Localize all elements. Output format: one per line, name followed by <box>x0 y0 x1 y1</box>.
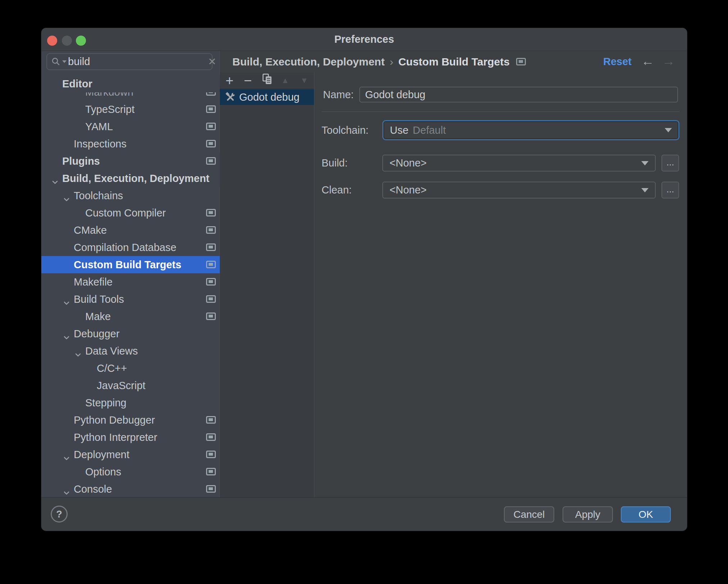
clean-value: <None> <box>390 184 641 196</box>
breadcrumb-separator: › <box>390 56 393 68</box>
sidebar-item-typescript[interactable]: TypeScript <box>41 101 220 118</box>
clear-search-icon[interactable]: ✕ <box>206 56 221 68</box>
breadcrumb: Build, Execution, Deployment › Custom Bu… <box>232 51 526 72</box>
search-icon <box>51 56 67 67</box>
settings-page-icon <box>206 312 216 320</box>
sidebar-item-make[interactable]: Make <box>41 308 220 325</box>
target-list-panel <box>220 72 314 497</box>
settings-search-box: ✕ <box>46 53 213 70</box>
chevron-expanded-icon[interactable] <box>62 330 71 338</box>
sidebar-item-label: Options <box>85 463 121 480</box>
cancel-button[interactable]: Cancel <box>504 506 554 523</box>
sidebar-item-toolchains[interactable]: Toolchains <box>41 187 220 204</box>
screen-background: Preferences ✕ EditorMarkdownTypeScriptYA… <box>0 0 728 584</box>
clean-label: Clean: <box>322 182 352 199</box>
apply-button[interactable]: Apply <box>563 506 613 523</box>
move-up-icon: ▲ <box>281 76 289 85</box>
settings-page-icon <box>206 157 216 165</box>
remove-button[interactable]: − <box>240 73 256 88</box>
sidebar-item-label: C/C++ <box>97 360 127 377</box>
sidebar-item-build-tools[interactable]: Build Tools <box>41 291 220 308</box>
sidebar-item-label: Python Debugger <box>74 411 155 429</box>
sidebar-item-label: Stepping <box>85 394 127 411</box>
sidebar-item-compilation-database[interactable]: Compilation Database <box>41 239 220 256</box>
sidebar-item-label: Console <box>74 480 112 498</box>
help-button[interactable]: ? <box>51 506 68 523</box>
build-target-icon <box>225 92 236 102</box>
sidebar-item-cmake[interactable]: CMake <box>41 222 220 239</box>
chevron-expanded-icon[interactable] <box>62 451 71 459</box>
add-button[interactable]: + <box>222 73 237 88</box>
breadcrumb-item-parent[interactable]: Build, Execution, Deployment <box>232 56 385 68</box>
toolbar-separator <box>220 88 314 89</box>
sidebar-item-stepping[interactable]: Stepping <box>41 394 220 411</box>
clean-select[interactable]: <None> <box>382 182 656 199</box>
chevron-expanded-icon[interactable] <box>62 295 71 304</box>
list-item-label: Godot debug <box>239 91 300 103</box>
duplicate-button[interactable] <box>259 73 275 88</box>
sidebar-item-makefile[interactable]: Makefile <box>41 273 220 291</box>
move-down-icon: ▼ <box>300 76 308 85</box>
history-forward-icon[interactable]: → <box>662 51 675 72</box>
sidebar-item-inspections[interactable]: Inspections <box>41 135 220 152</box>
sidebar-item-build-execution-deployment[interactable]: Build, Execution, Deployment <box>41 170 220 187</box>
sidebar-item-yaml[interactable]: YAML <box>41 118 220 135</box>
settings-page-icon <box>206 226 216 234</box>
title-bar: Preferences <box>41 28 687 51</box>
settings-page-icon <box>206 468 216 475</box>
name-field[interactable] <box>359 87 678 102</box>
preferences-window: Preferences ✕ EditorMarkdownTypeScriptYA… <box>41 28 687 531</box>
settings-page-icon <box>206 123 216 130</box>
settings-page-icon <box>206 416 216 424</box>
sidebar-item-label: JavaScript <box>97 377 145 394</box>
sidebar-item-label: Editor <box>62 75 92 92</box>
sidebar-item-editor[interactable]: Editor <box>41 75 220 92</box>
sidebar-item-label: Makefile <box>74 273 113 291</box>
sidebar-item-label: TypeScript <box>85 101 135 118</box>
duplicate-icon <box>261 73 273 86</box>
breadcrumb-item-current: Custom Build Targets <box>398 56 509 68</box>
sidebar-item-debugger[interactable]: Debugger <box>41 325 220 342</box>
sidebar-item-python-debugger[interactable]: Python Debugger <box>41 411 220 429</box>
sidebar-item-data-views[interactable]: Data Views <box>41 342 220 360</box>
settings-page-icon <box>516 58 526 65</box>
sidebar-item-custom-compiler[interactable]: Custom Compiler <box>41 204 220 222</box>
sidebar-item-label: Inspections <box>74 135 127 152</box>
sidebar-item-label: Debugger <box>74 325 119 342</box>
search-input[interactable] <box>67 56 206 68</box>
panel-divider <box>314 72 314 497</box>
move-down-button[interactable]: ▼ <box>296 73 312 88</box>
chevron-expanded-icon[interactable] <box>62 485 71 494</box>
toolchain-select[interactable]: UseDefault <box>382 120 679 140</box>
sidebar-item-label: Make <box>85 308 111 325</box>
build-browse-button[interactable]: ... <box>661 155 679 172</box>
sidebar-item-console[interactable]: Console <box>41 480 220 498</box>
move-up-button[interactable]: ▲ <box>277 73 293 88</box>
clean-browse-button[interactable]: ... <box>661 182 679 199</box>
sidebar-item-javascript[interactable]: JavaScript <box>41 377 220 394</box>
sidebar-item-custom-build-targets[interactable]: Custom Build Targets <box>41 256 220 273</box>
ok-button[interactable]: OK <box>621 506 671 523</box>
settings-page-icon <box>206 140 216 147</box>
chevron-down-icon <box>665 128 672 132</box>
sidebar-item-plugins[interactable]: Plugins <box>41 152 220 170</box>
reset-link[interactable]: Reset <box>603 51 632 72</box>
search-history-caret-icon[interactable] <box>62 60 67 63</box>
chevron-expanded-icon[interactable] <box>74 347 82 356</box>
sidebar-item-label: Data Views <box>85 342 138 360</box>
name-label: Name: <box>323 87 354 102</box>
build-select[interactable]: <None> <box>382 155 656 172</box>
settings-page-icon <box>206 261 216 268</box>
sidebar-item-label: CMake <box>74 222 107 239</box>
chevron-down-icon <box>641 188 649 192</box>
chevron-expanded-icon[interactable] <box>51 174 59 183</box>
history-back-icon[interactable]: ← <box>641 51 654 72</box>
chevron-expanded-icon[interactable] <box>62 192 71 200</box>
sidebar-item-c-c[interactable]: C/C++ <box>41 360 220 377</box>
sidebar-item-deployment[interactable]: Deployment <box>41 446 220 463</box>
settings-page-icon <box>206 243 216 251</box>
sidebar-item-label: Plugins <box>62 152 100 170</box>
list-item-godot-debug[interactable]: Godot debug <box>220 89 314 105</box>
sidebar-item-options[interactable]: Options <box>41 463 220 480</box>
sidebar-item-python-interpreter[interactable]: Python Interpreter <box>41 429 220 446</box>
